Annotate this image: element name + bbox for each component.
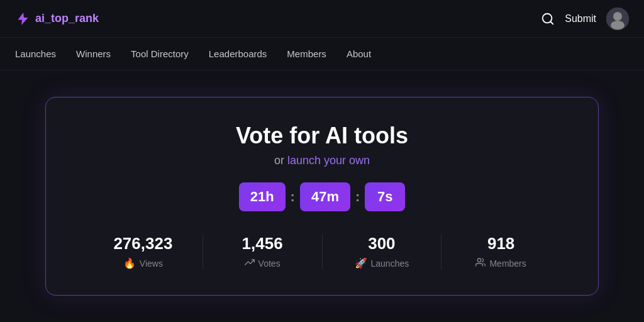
hero-subtitle: or launch your own (274, 154, 370, 167)
main-nav: Launches Winners Tool Directory Leaderbo… (0, 38, 644, 70)
submit-button[interactable]: Submit (565, 13, 596, 25)
stat-votes-label: Votes (258, 258, 280, 269)
search-icon (541, 12, 555, 26)
fire-icon: 🔥 (123, 257, 136, 269)
nav-item-members[interactable]: Members (287, 46, 326, 62)
hero-subtitle-link[interactable]: launch your own (287, 154, 370, 167)
stat-votes-value: 1,456 (242, 234, 283, 253)
search-button[interactable] (541, 12, 555, 26)
stat-votes-label-row: Votes (245, 257, 280, 270)
trending-up-icon (245, 257, 255, 267)
trending-icon (245, 257, 255, 270)
header-right: Submit (541, 8, 629, 30)
stat-views-label: Views (140, 258, 163, 269)
svg-point-3 (613, 12, 622, 21)
stat-views-label-row: 🔥 Views (123, 257, 163, 269)
avatar-image (606, 8, 629, 30)
nav-item-about[interactable]: About (347, 46, 371, 62)
timer-colon-2: : (355, 189, 360, 205)
timer-seconds: 7s (365, 182, 405, 211)
nav-item-tool-directory[interactable]: Tool Directory (131, 46, 189, 62)
nav-item-launches[interactable]: Launches (15, 46, 56, 62)
stat-launches: 300 🚀 Launches (323, 234, 442, 270)
hero-title: Vote for AI tools (236, 123, 408, 149)
stat-views: 276,323 🔥 Views (84, 234, 203, 270)
svg-point-4 (611, 21, 625, 30)
stat-votes: 1,456 Votes (203, 234, 323, 270)
svg-line-1 (550, 21, 553, 24)
nav-item-winners[interactable]: Winners (76, 46, 111, 62)
timer-colon-1: : (291, 189, 295, 205)
members-icon (475, 257, 486, 270)
hero-card: Vote for AI tools or launch your own 21h… (45, 97, 599, 296)
stat-members-label: Members (489, 258, 526, 269)
stat-launches-label: Launches (371, 258, 409, 269)
logo[interactable]: ai_top_rank (15, 11, 99, 26)
stat-views-value: 276,323 (113, 234, 172, 253)
logo-icon (15, 11, 30, 26)
stat-members-label-row: Members (475, 257, 526, 270)
stat-launches-label-row: 🚀 Launches (355, 257, 409, 269)
main-content: Vote for AI tools or launch your own 21h… (0, 70, 644, 322)
stats-row: 276,323 🔥 Views 1,456 Votes (84, 234, 560, 270)
timer-minutes: 47m (300, 182, 350, 211)
logo-text: ai_top_rank (35, 12, 99, 25)
nav-item-leaderboards[interactable]: Leaderboards (209, 46, 267, 62)
stat-members-value: 918 (487, 234, 514, 253)
rocket-icon: 🚀 (355, 257, 367, 269)
countdown-timer: 21h : 47m : 7s (239, 182, 406, 211)
stat-members: 918 Members (441, 234, 560, 270)
stat-launches-value: 300 (368, 234, 395, 253)
avatar[interactable] (606, 8, 629, 30)
svg-point-5 (478, 258, 481, 262)
hero-subtitle-plain: or (274, 154, 287, 167)
users-icon (475, 257, 486, 267)
timer-hours: 21h (239, 182, 286, 211)
